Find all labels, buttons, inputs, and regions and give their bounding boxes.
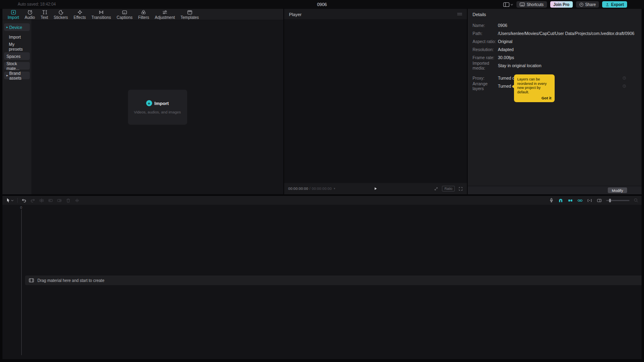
media-content-area: + Import Videos, audios, and images <box>31 20 283 194</box>
transitions-icon <box>98 9 104 15</box>
tab-templates[interactable]: Templates <box>179 9 201 20</box>
sidebar-item-brand-assets[interactable]: ▸ Brand assets <box>4 72 30 79</box>
fit-timeline-button[interactable] <box>634 198 638 203</box>
cursor-select-tool[interactable] <box>6 197 14 203</box>
sidebar-item-label: My presets <box>9 42 27 51</box>
fit-screen-icon[interactable] <box>434 187 438 191</box>
playhead[interactable] <box>21 210 22 355</box>
trim-left-icon <box>48 198 53 203</box>
share-button[interactable]: Share <box>576 1 599 8</box>
history-icon[interactable] <box>622 84 626 88</box>
redo-button[interactable] <box>30 198 35 203</box>
play-button[interactable] <box>374 187 378 191</box>
plus-icon: + <box>146 100 152 106</box>
tab-transitions[interactable]: Transitions <box>89 9 113 20</box>
detail-label: Imported media: <box>473 61 498 70</box>
zoom-slider-handle[interactable] <box>609 199 611 202</box>
audio-icon <box>27 9 33 15</box>
shortcuts-button[interactable]: Shortcuts <box>516 1 547 8</box>
detail-label: Arrange layers <box>473 81 498 91</box>
layout-panels-button[interactable] <box>503 2 513 7</box>
split-button[interactable] <box>39 198 44 203</box>
detail-row-imported-media: Imported media: Stay in original locatio… <box>468 62 642 70</box>
detail-row-path: Path: /Users/kenlee/Movies/CapCut/User D… <box>468 29 642 37</box>
play-icon <box>374 187 378 191</box>
import-dropzone[interactable]: + Import Videos, audios, and images <box>128 90 187 125</box>
time-separator: / <box>310 187 311 191</box>
link-icon <box>577 198 583 203</box>
sidebar-item-device[interactable]: ▸ Device <box>4 23 30 31</box>
tab-audio[interactable]: Audio <box>23 9 37 20</box>
cover-toggle[interactable] <box>597 198 602 203</box>
detail-value: 0906 <box>498 23 507 28</box>
fullscreen-icon[interactable] <box>458 187 463 191</box>
player-menu-icon[interactable] <box>457 13 462 16</box>
detail-value: Adapted <box>498 47 514 52</box>
trash-icon <box>66 198 71 203</box>
history-icon[interactable] <box>622 76 626 80</box>
modify-button[interactable]: Modify <box>608 187 627 193</box>
details-title: Details <box>473 12 486 17</box>
player-panel: Player 00:00:00:00 / 00:00:00:00 ▾ Ratio <box>284 9 467 194</box>
linking-toggle[interactable] <box>577 198 583 203</box>
tooltip-text: Layers can be reordered in every new pro… <box>517 77 551 94</box>
preview-axis-toggle[interactable] <box>587 198 592 203</box>
delete-left-button[interactable] <box>48 198 53 203</box>
trim-right-icon <box>57 198 62 203</box>
player-controls: 00:00:00:00 / 00:00:00:00 ▾ Ratio <box>284 183 467 194</box>
media-sidebar: ▸ Device Import My presets Spaces Stock … <box>2 20 31 194</box>
join-pro-label: Join Pro <box>553 2 570 7</box>
sidebar-item-label: Stock mate... <box>6 61 27 71</box>
cover-icon <box>597 198 602 203</box>
got-it-button[interactable]: Got it <box>517 96 551 100</box>
sidebar-item-spaces[interactable]: Spaces <box>4 52 30 60</box>
undo-icon <box>21 198 27 203</box>
tab-adjustment[interactable]: Adjustment <box>153 9 177 20</box>
undo-button[interactable] <box>21 198 27 203</box>
details-footer: Modify <box>468 186 642 194</box>
tab-stickers[interactable]: Stickers <box>52 9 70 20</box>
timeline-zoom-slider[interactable] <box>606 200 630 201</box>
tab-label: Effects <box>74 16 86 20</box>
auto-snap-toggle[interactable] <box>568 198 573 203</box>
export-button[interactable]: Export <box>602 1 627 8</box>
sidebar-item-import[interactable]: Import <box>4 33 30 41</box>
sidebar-item-my-presets[interactable]: My presets <box>4 43 30 50</box>
main-track-magnet-toggle[interactable] <box>558 198 564 203</box>
tab-label: Transitions <box>91 16 111 20</box>
tab-label: Filters <box>138 16 149 20</box>
sidebar-item-stock-materials[interactable]: Stock mate... <box>4 62 30 70</box>
layout-icon <box>503 2 510 7</box>
record-voiceover-button[interactable] <box>549 197 554 203</box>
toolbar-divider <box>17 198 18 203</box>
tab-filters[interactable]: Filters <box>136 9 151 20</box>
triangle-right-icon: ▸ <box>6 25 8 29</box>
timeline-area[interactable]: 0 Drag material here and start to create <box>2 205 642 359</box>
triangle-right-icon: ▸ <box>6 74 8 77</box>
tab-import[interactable]: Import <box>6 9 21 20</box>
sidebar-item-label: Brand assets <box>9 71 27 80</box>
ruler-tick-label: 0 <box>20 206 22 210</box>
player-viewport <box>284 19 467 183</box>
detail-value: /Users/kenlee/Movies/CapCut/User Data/Pr… <box>498 31 634 36</box>
delete-right-button[interactable] <box>57 198 62 203</box>
mirror-button[interactable] <box>74 198 80 203</box>
timeline-tools-left <box>2 197 80 203</box>
detail-label: Resolution: <box>473 47 498 52</box>
shortcuts-label: Shortcuts <box>526 2 543 7</box>
delete-button[interactable] <box>66 198 71 203</box>
timecode-chevron-icon[interactable]: ▾ <box>334 187 335 190</box>
ratio-button[interactable]: Ratio <box>442 186 455 191</box>
player-title: Player <box>289 12 301 17</box>
import-button-label: Import <box>155 101 169 106</box>
join-pro-button[interactable]: Join Pro <box>550 1 573 8</box>
tab-captions[interactable]: Captions <box>115 9 134 20</box>
player-view-controls: Ratio <box>434 183 463 194</box>
top-bar: Auto saved: 18:42:04 0906 Shortcuts Join… <box>0 0 644 9</box>
tab-text[interactable]: Text <box>39 9 50 20</box>
sidebar-item-label: Device <box>9 25 22 30</box>
tab-label: Audio <box>25 16 35 20</box>
tab-effects[interactable]: Effects <box>72 9 88 20</box>
track-dropzone[interactable]: Drag material here and start to create <box>25 276 642 285</box>
sidebar-item-label: Import <box>9 35 21 39</box>
